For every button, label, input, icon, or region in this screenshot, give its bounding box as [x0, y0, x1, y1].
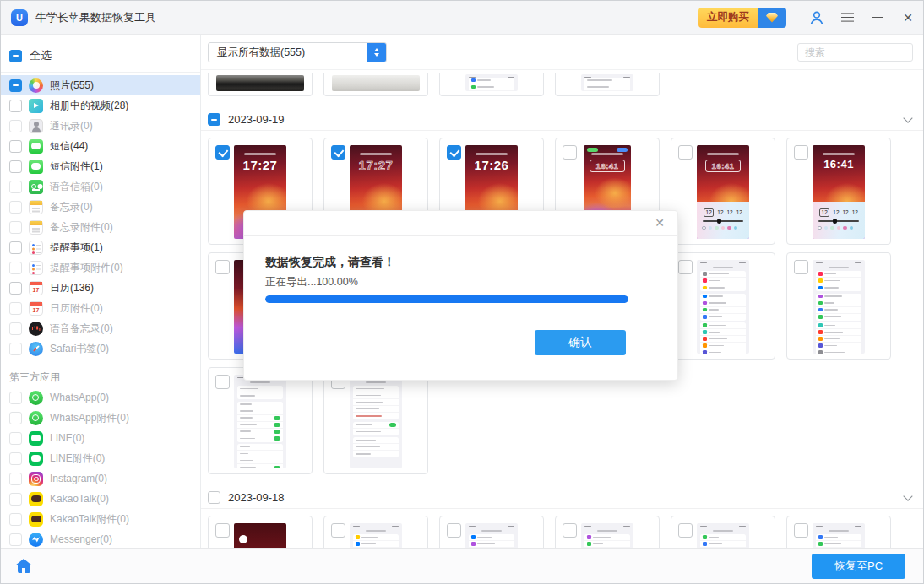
- checkbox[interactable]: [9, 412, 22, 424]
- sidebar-item-instagram[interactable]: Instagram(0): [1, 468, 200, 489]
- search-box[interactable]: [797, 43, 913, 62]
- checkbox[interactable]: [9, 432, 22, 445]
- sidebar-item-whatsapp[interactable]: WhatsApp附件(0): [1, 408, 200, 428]
- checkbox[interactable]: [9, 181, 22, 193]
- dropdown-arrows-icon[interactable]: [367, 43, 386, 62]
- close-button[interactable]: ✕: [893, 1, 923, 35]
- photo-card[interactable]: [439, 516, 544, 548]
- photo-card[interactable]: [555, 516, 660, 548]
- checkbox[interactable]: [9, 79, 22, 92]
- collapse-chevron-icon[interactable]: [903, 491, 912, 500]
- checkbox[interactable]: [9, 533, 22, 546]
- checkbox[interactable]: [678, 523, 693, 538]
- sidebar-item-videos[interactable]: 相册中的视频(28): [1, 95, 200, 116]
- line-icon: [29, 452, 43, 466]
- checkbox[interactable]: [9, 302, 22, 315]
- checkbox[interactable]: [9, 120, 22, 132]
- sidebar-item-messenger[interactable]: Messenger(0): [1, 529, 200, 548]
- account-button[interactable]: [802, 1, 832, 35]
- sidebar-item-whatsapp[interactable]: WhatsApp(0): [1, 387, 200, 408]
- checkbox[interactable]: [9, 473, 22, 485]
- checkbox[interactable]: [9, 160, 22, 173]
- photo-card-partial[interactable]: [555, 73, 660, 96]
- photo-card[interactable]: [208, 516, 313, 548]
- checkbox[interactable]: [447, 523, 461, 538]
- checkbox[interactable]: [9, 262, 22, 274]
- sidebar-item-kakaotalk[interactable]: KakaoTalk(0): [1, 489, 200, 509]
- checkbox[interactable]: [208, 113, 220, 126]
- checkbox[interactable]: [678, 145, 693, 160]
- sidebar-item-voicemail[interactable]: 语音信箱(0): [1, 176, 200, 197]
- photo-card[interactable]: [208, 367, 313, 474]
- select-all-row[interactable]: 全选: [9, 46, 200, 66]
- discount-badge[interactable]: [758, 8, 786, 28]
- home-button[interactable]: [15, 559, 32, 573]
- search-input[interactable]: [798, 46, 924, 58]
- checkbox[interactable]: [9, 241, 22, 254]
- dialog-close-icon[interactable]: ✕: [655, 217, 665, 229]
- sidebar-item-calendar[interactable]: 日历附件(0): [1, 298, 200, 318]
- checkbox[interactable]: [9, 100, 22, 112]
- checkbox[interactable]: [9, 513, 22, 526]
- confirm-button[interactable]: 确认: [535, 330, 626, 355]
- sidebar-item-kakaotalk[interactable]: KakaoTalk附件(0): [1, 509, 200, 529]
- photo-card[interactable]: [323, 516, 428, 548]
- checkbox[interactable]: [678, 260, 693, 274]
- checkbox[interactable]: [9, 140, 22, 153]
- photo-card-partial[interactable]: [439, 73, 544, 96]
- checkbox[interactable]: [9, 452, 22, 465]
- checkbox[interactable]: [9, 322, 22, 335]
- sidebar-item-reminders[interactable]: 提醒事项(1): [1, 237, 200, 257]
- sidebar-item-reminders[interactable]: 提醒事项附件(0): [1, 257, 200, 278]
- checkbox[interactable]: [9, 343, 22, 355]
- checkbox[interactable]: [215, 260, 230, 274]
- checkbox[interactable]: [563, 145, 577, 160]
- sidebar-item-calendar[interactable]: 日历(136): [1, 278, 200, 298]
- checkbox[interactable]: [9, 201, 22, 214]
- checkbox[interactable]: [9, 282, 22, 295]
- checkbox[interactable]: [9, 493, 22, 506]
- photo-card[interactable]: [323, 367, 428, 474]
- sidebar-item-notes[interactable]: 备忘录(0): [1, 197, 200, 217]
- checkbox[interactable]: [447, 145, 461, 160]
- photo-card[interactable]: 1212121216:41: [671, 138, 775, 245]
- checkbox[interactable]: [331, 145, 345, 160]
- select-all-checkbox[interactable]: [9, 50, 22, 62]
- checkbox[interactable]: [794, 145, 808, 160]
- photo-card[interactable]: [671, 516, 775, 548]
- buy-now-button[interactable]: 立即购买: [698, 8, 786, 28]
- checkbox[interactable]: [208, 491, 220, 504]
- photo-card[interactable]: [671, 252, 775, 360]
- checkbox[interactable]: [215, 145, 230, 160]
- sidebar-item-photos[interactable]: 照片(555): [1, 75, 200, 95]
- sidebar-item-messages[interactable]: 短信(44): [1, 136, 200, 156]
- sidebar-item-messages[interactable]: 短信附件(1): [1, 156, 200, 176]
- checkbox[interactable]: [9, 392, 22, 404]
- sidebar-item-safari[interactable]: Safari书签(0): [1, 338, 200, 359]
- size-slider[interactable]: [818, 220, 859, 222]
- checkbox[interactable]: [563, 523, 577, 538]
- buy-now-label[interactable]: 立即购买: [698, 8, 758, 28]
- sidebar-item-contacts[interactable]: 通讯录(0): [1, 116, 200, 136]
- checkbox[interactable]: [794, 523, 808, 538]
- collapse-chevron-icon[interactable]: [903, 113, 912, 122]
- menu-button[interactable]: [832, 1, 862, 35]
- checkbox[interactable]: [215, 523, 230, 538]
- sidebar-item-line[interactable]: LINE(0): [1, 428, 200, 448]
- photo-card[interactable]: 1212121216:41: [786, 138, 891, 245]
- checkbox[interactable]: [215, 375, 230, 389]
- minimize-button[interactable]: [862, 1, 893, 35]
- photo-card-partial[interactable]: [208, 73, 313, 96]
- checkbox[interactable]: [9, 221, 22, 234]
- sidebar-item-line[interactable]: LINE附件(0): [1, 448, 200, 468]
- photo-card-partial[interactable]: [323, 73, 428, 96]
- sidebar-item-voicememo[interactable]: 语音备忘录(0): [1, 318, 200, 338]
- filter-dropdown[interactable]: 显示所有数据(555): [208, 42, 387, 62]
- checkbox[interactable]: [794, 260, 808, 274]
- photo-card[interactable]: [786, 252, 891, 360]
- size-slider[interactable]: [703, 220, 743, 222]
- checkbox[interactable]: [331, 523, 345, 538]
- sidebar-item-notes[interactable]: 备忘录附件(0): [1, 217, 200, 237]
- photo-card[interactable]: [786, 516, 891, 548]
- recover-to-pc-button[interactable]: 恢复至PC: [812, 554, 905, 579]
